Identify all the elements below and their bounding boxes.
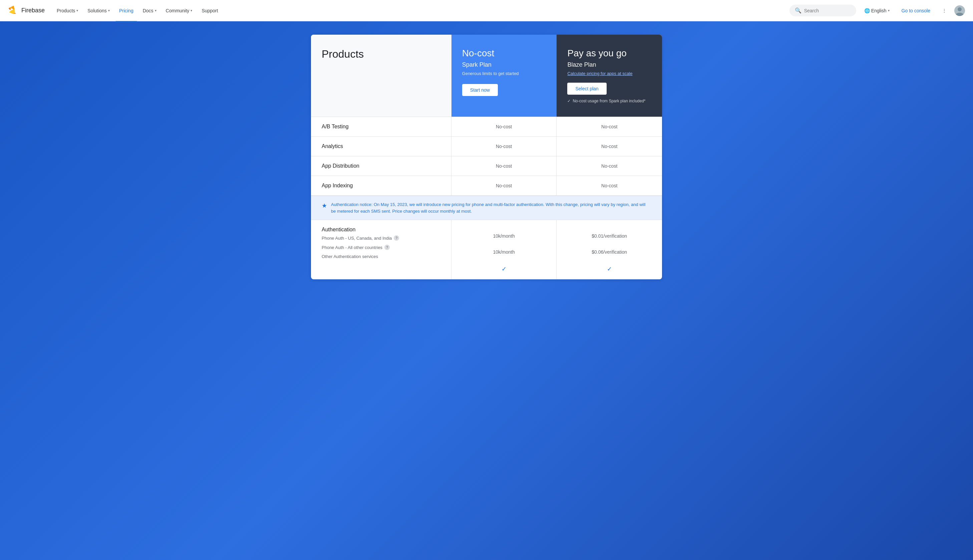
row-blaze-app-indexing: No-cost	[557, 176, 662, 195]
blaze-tier: Pay as you go	[567, 48, 651, 59]
nav-products[interactable]: Products ▾	[53, 5, 82, 16]
notice-banner-wrapper: ★ Authentication notice: On May 15, 2023…	[311, 195, 662, 220]
language-selector[interactable]: 🌐 English ▾	[860, 5, 894, 16]
table-row: App Distribution No-cost No-cost	[311, 156, 662, 176]
checkmark-note-icon: ✓	[567, 99, 570, 103]
firebase-flame-icon	[8, 5, 19, 16]
auth-title: Authentication	[322, 227, 440, 233]
navbar-actions: 🔍 🌐 English ▾ Go to console ⋮	[789, 5, 965, 17]
brand-name: Firebase	[21, 7, 45, 14]
user-avatar[interactable]	[954, 5, 965, 16]
avatar-image	[954, 5, 965, 16]
row-spark-app-distribution: No-cost	[451, 156, 557, 176]
no-cost-note: ✓ No-cost usage from Spark plan included…	[567, 99, 651, 103]
auth-sub-row-3: Other Authentication services	[322, 254, 440, 259]
search-box[interactable]: 🔍	[789, 5, 856, 16]
row-blaze-app-distribution: No-cost	[557, 156, 662, 176]
row-blaze-ab-testing: No-cost	[557, 117, 662, 136]
help-icon-phone-auth-2[interactable]: ?	[385, 245, 390, 250]
row-spark-app-indexing: No-cost	[451, 176, 557, 195]
auth-section: Authentication Phone Auth - US, Canada, …	[311, 220, 662, 279]
start-now-button[interactable]: Start now	[462, 84, 498, 96]
notice-banner: ★ Authentication notice: On May 15, 2023…	[311, 196, 662, 220]
nav-docs[interactable]: Docs ▾	[139, 5, 160, 16]
row-label-analytics: Analytics	[311, 137, 451, 156]
pricing-table: Products No-cost Spark Plan Generous lim…	[311, 35, 662, 279]
auth-spark-col: 10k/month 10k/month ✓	[451, 220, 557, 279]
nav-pricing[interactable]: Pricing	[115, 5, 137, 16]
pricing-header: Products No-cost Spark Plan Generous lim…	[311, 35, 662, 117]
select-plan-button[interactable]: Select plan	[567, 83, 606, 95]
content-container: Products No-cost Spark Plan Generous lim…	[303, 35, 670, 293]
solutions-chevron-icon: ▾	[108, 9, 110, 12]
row-label-app-distribution: App Distribution	[311, 156, 451, 176]
console-button[interactable]: Go to console	[898, 5, 934, 16]
search-input[interactable]	[804, 8, 851, 13]
notice-text: Authentication notice: On May 15, 2023, …	[331, 201, 651, 214]
community-chevron-icon: ▾	[191, 9, 192, 12]
row-label-app-indexing: App Indexing	[311, 176, 451, 195]
row-blaze-analytics: No-cost	[557, 137, 662, 156]
auth-sub-row-2: Phone Auth - All other countries ?	[322, 245, 440, 250]
help-icon-phone-auth-1[interactable]: ?	[394, 235, 399, 241]
products-title: Products	[322, 48, 441, 60]
navbar: Firebase Products ▾ Solutions ▾ Pricing …	[0, 0, 973, 21]
svg-point-1	[958, 7, 962, 11]
table-row: A/B Testing No-cost No-cost	[311, 117, 662, 136]
nav-solutions[interactable]: Solutions ▾	[84, 5, 114, 16]
blaze-plan-name: Blaze Plan	[567, 61, 651, 68]
more-options-button[interactable]: ⋮	[938, 5, 950, 17]
blaze-plan-col: Pay as you go Blaze Plan Calculate prici…	[557, 35, 662, 117]
globe-icon: 🌐	[864, 8, 870, 13]
auth-sub-row-1: Phone Auth - US, Canada, and India ?	[322, 235, 440, 241]
docs-chevron-icon: ▾	[155, 9, 157, 12]
calculate-pricing-link[interactable]: Calculate pricing for apps at scale	[567, 71, 651, 76]
auth-blaze-col: $0.01/verification $0.06/verification ✓	[557, 220, 662, 279]
spark-plan-desc: Generous limits to get started	[462, 71, 546, 76]
spark-plan-name: Spark Plan	[462, 61, 546, 68]
header-products-col: Products	[311, 35, 451, 117]
firebase-logo[interactable]: Firebase	[8, 5, 45, 16]
products-chevron-icon: ▾	[77, 9, 78, 12]
nav-support[interactable]: Support	[197, 5, 222, 16]
nav-menu: Products ▾ Solutions ▾ Pricing Docs ▾ Co…	[53, 5, 789, 16]
search-icon: 🔍	[795, 7, 801, 14]
row-label-ab-testing: A/B Testing	[311, 117, 451, 136]
lang-chevron-icon: ▾	[888, 9, 889, 12]
blaze-auth-check: ✓	[607, 265, 612, 273]
auth-label-col: Authentication Phone Auth - US, Canada, …	[311, 220, 451, 279]
page-wrapper: Products No-cost Spark Plan Generous lim…	[0, 21, 973, 560]
spark-tier: No-cost	[462, 48, 546, 59]
nav-community[interactable]: Community ▾	[162, 5, 197, 16]
spark-auth-check: ✓	[502, 265, 507, 273]
row-spark-ab-testing: No-cost	[451, 117, 557, 136]
row-spark-analytics: No-cost	[451, 137, 557, 156]
table-row: App Indexing No-cost No-cost	[311, 176, 662, 195]
notice-star-icon: ★	[322, 202, 327, 209]
table-row: Analytics No-cost No-cost	[311, 136, 662, 156]
spark-plan-col: No-cost Spark Plan Generous limits to ge…	[451, 35, 557, 117]
